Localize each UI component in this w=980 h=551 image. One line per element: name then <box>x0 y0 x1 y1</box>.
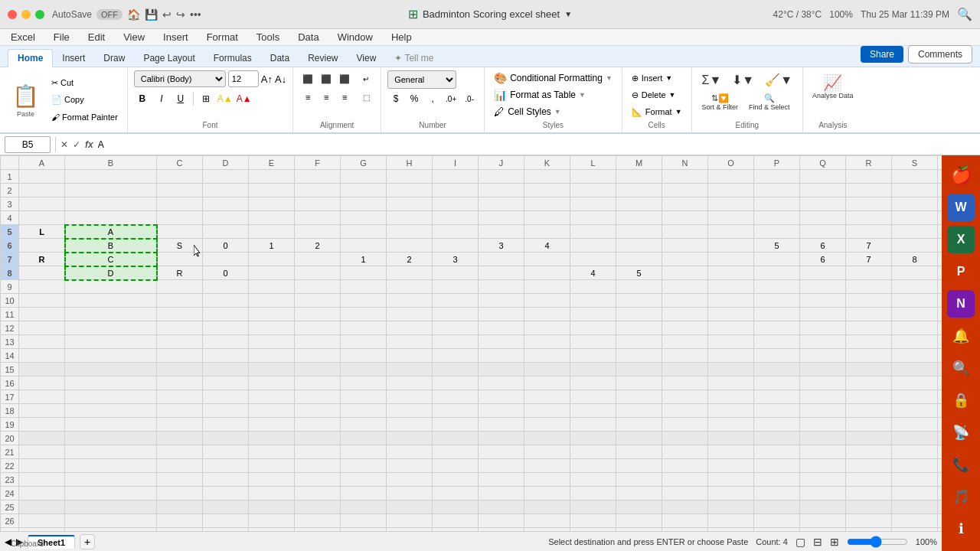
cell-E26[interactable] <box>249 514 295 528</box>
cell-E21[interactable] <box>249 445 295 459</box>
cell-O17[interactable] <box>708 390 754 404</box>
sidebar-finder-icon[interactable]: 🍎 <box>947 161 975 189</box>
cell-S17[interactable] <box>892 390 938 404</box>
cell-S2[interactable] <box>892 184 938 197</box>
cell-K14[interactable] <box>524 349 570 363</box>
menu-tools[interactable]: Tools <box>253 31 283 43</box>
cell-L17[interactable] <box>570 390 616 404</box>
cell-N14[interactable] <box>662 349 708 363</box>
cell-G4[interactable] <box>341 211 387 225</box>
cell-L3[interactable] <box>570 197 616 211</box>
cell-H4[interactable] <box>387 211 433 225</box>
cell-Q26[interactable] <box>800 514 846 528</box>
confirm-edit-icon[interactable]: ✓ <box>73 139 80 150</box>
cell-M21[interactable] <box>616 445 662 459</box>
spreadsheet-scroll[interactable]: A B C D E F G H I J K L M <box>0 155 942 531</box>
cell-L25[interactable] <box>570 500 616 514</box>
cell-H13[interactable] <box>387 335 433 349</box>
cell-D15[interactable] <box>203 363 249 377</box>
cell-J18[interactable] <box>479 404 524 418</box>
cell-F23[interactable] <box>295 473 341 487</box>
cell-M24[interactable] <box>616 487 662 500</box>
cell-K2[interactable] <box>524 184 570 197</box>
cell-R23[interactable] <box>846 473 892 487</box>
cell-J11[interactable] <box>479 308 524 321</box>
cell-C14[interactable] <box>157 349 203 363</box>
cell-K24[interactable] <box>524 487 570 500</box>
cell-O10[interactable] <box>708 294 754 308</box>
cell-E23[interactable] <box>249 473 295 487</box>
cell-M1[interactable] <box>616 170 662 184</box>
cell-L23[interactable] <box>570 473 616 487</box>
cell-S4[interactable] <box>892 211 938 225</box>
page-break-view-icon[interactable]: ⊞ <box>830 536 839 548</box>
bold-button[interactable]: B <box>134 90 151 107</box>
cell-D11[interactable] <box>203 308 249 321</box>
more-icon[interactable]: ••• <box>190 8 201 21</box>
cell-S7[interactable]: 8 <box>892 253 938 266</box>
cell-P20[interactable] <box>754 432 800 445</box>
cell-G11[interactable] <box>341 308 387 321</box>
cell-R14[interactable] <box>846 349 892 363</box>
cell-R9[interactable] <box>846 280 892 294</box>
cell-A1[interactable] <box>19 170 65 184</box>
cell-O1[interactable] <box>708 170 754 184</box>
cell-S16[interactable] <box>892 377 938 390</box>
cell-F15[interactable] <box>295 363 341 377</box>
row-header-22[interactable]: 22 <box>1 459 19 473</box>
cell-A7[interactable]: R <box>19 253 65 266</box>
cell-D17[interactable] <box>203 390 249 404</box>
cell-Q8[interactable] <box>800 266 846 280</box>
cell-C15[interactable] <box>157 363 203 377</box>
cell-B7[interactable]: C <box>65 253 157 266</box>
cell-E6[interactable]: 1 <box>249 239 295 253</box>
row-header-3[interactable]: 3 <box>1 197 19 211</box>
cell-R22[interactable] <box>846 459 892 473</box>
cell-C2[interactable] <box>157 184 203 197</box>
cell-C4[interactable] <box>157 211 203 225</box>
cell-E12[interactable] <box>249 321 295 335</box>
paste-button[interactable]: 📋 <box>6 82 45 110</box>
cell-I13[interactable] <box>433 335 479 349</box>
cell-L8[interactable]: 4 <box>570 266 616 280</box>
cell-M11[interactable] <box>616 308 662 321</box>
cell-N3[interactable] <box>662 197 708 211</box>
cell-C9[interactable] <box>157 280 203 294</box>
cell-N23[interactable] <box>662 473 708 487</box>
cell-L11[interactable] <box>570 308 616 321</box>
cell-C19[interactable] <box>157 418 203 432</box>
cell-R13[interactable] <box>846 335 892 349</box>
cell-H11[interactable] <box>387 308 433 321</box>
cell-M22[interactable] <box>616 459 662 473</box>
cell-Q11[interactable] <box>800 308 846 321</box>
cell-D5[interactable] <box>203 225 249 239</box>
cell-F5[interactable] <box>295 225 341 239</box>
save-icon[interactable]: 💾 <box>145 8 158 21</box>
menu-format[interactable]: Format <box>204 31 241 43</box>
cell-R18[interactable] <box>846 404 892 418</box>
cell-C12[interactable] <box>157 321 203 335</box>
row-header-19[interactable]: 19 <box>1 418 19 432</box>
cell-C13[interactable] <box>157 335 203 349</box>
cell-B21[interactable] <box>65 445 157 459</box>
cell-L14[interactable] <box>570 349 616 363</box>
cell-Q13[interactable] <box>800 335 846 349</box>
cell-F13[interactable] <box>295 335 341 349</box>
cell-I26[interactable] <box>433 514 479 528</box>
cell-S3[interactable] <box>892 197 938 211</box>
cell-K18[interactable] <box>524 404 570 418</box>
cell-D22[interactable] <box>203 459 249 473</box>
cell-L15[interactable] <box>570 363 616 377</box>
cell-P18[interactable] <box>754 404 800 418</box>
cell-E1[interactable] <box>249 170 295 184</box>
tab-insert[interactable]: Insert <box>53 50 94 67</box>
tab-formulas[interactable]: Formulas <box>204 50 261 67</box>
cell-C7[interactable] <box>157 253 203 266</box>
col-header-l[interactable]: L <box>570 156 616 170</box>
cell-E18[interactable] <box>249 404 295 418</box>
cell-A5[interactable]: L <box>19 225 65 239</box>
cancel-edit-icon[interactable]: ✕ <box>60 139 68 150</box>
cell-M16[interactable] <box>616 377 662 390</box>
cell-D21[interactable] <box>203 445 249 459</box>
cell-O4[interactable] <box>708 211 754 225</box>
